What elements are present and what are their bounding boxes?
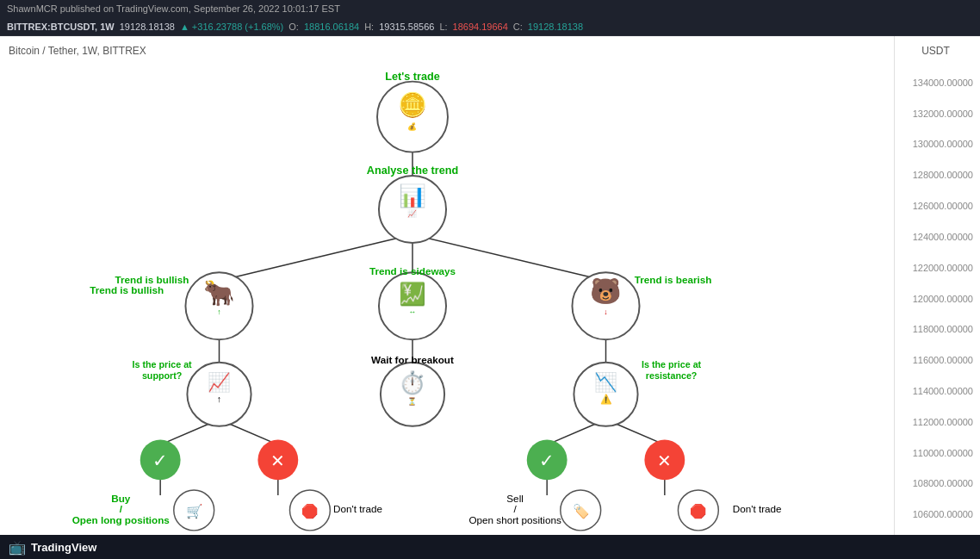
price-tick-132: 132000.00000 [898, 109, 977, 119]
tv-brand-name: TradingView [31, 541, 96, 554]
ticker-c-val: 19128.18138 [528, 22, 583, 32]
svg-text:↑: ↑ [217, 394, 221, 405]
svg-text:Is the price at: Is the price at [642, 359, 702, 370]
price-tick-124: 124000.00000 [898, 232, 977, 242]
svg-text:✕: ✕ [270, 451, 285, 470]
price-tick-128: 128000.00000 [898, 170, 977, 180]
price-tick-106: 106000.00000 [898, 509, 977, 519]
price-tick-122: 122000.00000 [898, 263, 977, 273]
price-tick-116: 116000.00000 [898, 355, 977, 365]
svg-text:resistance?: resistance? [646, 370, 698, 381]
svg-text:Trend is sideways: Trend is sideways [369, 265, 456, 276]
ticker-change: ▲ +316.23788 (+1.68%) [180, 22, 283, 32]
svg-text:Buy: Buy [111, 493, 131, 504]
svg-text:⏳: ⏳ [407, 396, 417, 407]
svg-text:↔: ↔ [409, 307, 417, 316]
svg-text:⏱️: ⏱️ [399, 370, 426, 396]
currency-label: USDT [898, 45, 977, 57]
price-tick-118: 118000.00000 [898, 324, 977, 334]
tv-logo-icon: 📺 [9, 539, 26, 556]
svg-text:Wait for breakout: Wait for breakout [371, 354, 454, 365]
published-bar: ShawnMCR published on TradingView.com, S… [0, 0, 980, 17]
svg-text:✓: ✓ [152, 450, 168, 471]
svg-text:Don't trade: Don't trade [333, 503, 382, 514]
chart-label: Bitcoin / Tether, 1W, BITTREX [9, 45, 146, 57]
svg-text:🐻: 🐻 [590, 276, 622, 307]
svg-text:Trend is bullish: Trend is bullish [90, 284, 164, 295]
svg-text:🛑: 🛑 [690, 503, 707, 519]
svg-text:📈: 📈 [407, 208, 417, 219]
svg-text:↓: ↓ [604, 307, 607, 316]
svg-text:🐂: 🐂 [203, 277, 235, 308]
svg-text:✓: ✓ [539, 450, 555, 471]
price-tick-130: 130000.00000 [898, 139, 977, 149]
svg-text:📉: 📉 [594, 371, 617, 394]
price-tick-126: 126000.00000 [898, 201, 977, 211]
ticker-bar: BITTREX:BTCUSDT, 1W 19128.18138 ▲ +316.2… [0, 17, 980, 36]
brand-bar: 📺 TradingView [0, 535, 980, 559]
svg-text:Sell: Sell [506, 493, 524, 504]
svg-text:🪙: 🪙 [398, 90, 428, 119]
chart-main: Bitcoin / Tether, 1W, BITTREX [0, 36, 894, 559]
svg-text:🛑: 🛑 [301, 503, 319, 519]
svg-text:📈: 📈 [208, 371, 231, 394]
svg-text:Don't trade: Don't trade [733, 503, 782, 514]
ticker-o-val: 18816.06184 [304, 22, 359, 32]
ticker-price: 19128.18138 [120, 22, 175, 32]
svg-text:Let's trade: Let's trade [385, 71, 440, 83]
ticker-pair: BITTREX:BTCUSDT, 1W [7, 22, 115, 32]
svg-text:🛒: 🛒 [186, 503, 203, 519]
svg-text:↑: ↑ [217, 307, 220, 316]
svg-text:Open short positions: Open short positions [468, 514, 561, 525]
ticker-h-val: 19315.58566 [379, 22, 434, 32]
svg-text:Trend is bearish: Trend is bearish [635, 274, 712, 285]
svg-text:✕: ✕ [657, 451, 672, 470]
price-tick-114: 114000.00000 [898, 386, 977, 396]
svg-text:💰: 💰 [407, 121, 417, 132]
svg-text:support?: support? [142, 370, 182, 381]
svg-text:💹: 💹 [399, 281, 426, 307]
svg-text:Analyse the trend: Analyse the trend [367, 165, 458, 177]
price-axis: USDT 134000.00000 132000.00000 130000.00… [894, 36, 980, 559]
svg-text:/: / [513, 503, 517, 514]
tree-container: 🪙 💰 Let's trade 📊 📈 Analyse the trend 🐂 … [26, 62, 799, 533]
price-tick-134: 134000.00000 [898, 78, 977, 88]
svg-text:/: / [120, 503, 123, 514]
ticker-c-label: C: [513, 22, 523, 32]
published-text: ShawnMCR published on TradingView.com, S… [7, 3, 340, 14]
ticker-l-val: 18694.19664 [453, 22, 508, 32]
svg-text:Open long positions: Open long positions [72, 514, 171, 525]
price-tick-110: 110000.00000 [898, 448, 977, 458]
price-tick-120: 120000.00000 [898, 294, 977, 304]
svg-text:🏷️: 🏷️ [573, 503, 590, 519]
ticker-l-label: L: [439, 22, 447, 32]
svg-text:📊: 📊 [399, 183, 426, 209]
price-tick-108: 108000.00000 [898, 478, 977, 488]
tree-svg: 🪙 💰 Let's trade 📊 📈 Analyse the trend 🐂 … [26, 62, 799, 533]
svg-text:⚠️: ⚠️ [600, 394, 612, 406]
price-tick-112: 112000.00000 [898, 417, 977, 427]
ticker-h-label: H: [364, 22, 374, 32]
ticker-o-label: O: [288, 22, 299, 32]
chart-area: Bitcoin / Tether, 1W, BITTREX [0, 36, 980, 559]
svg-text:Is the price at: Is the price at [133, 359, 193, 370]
